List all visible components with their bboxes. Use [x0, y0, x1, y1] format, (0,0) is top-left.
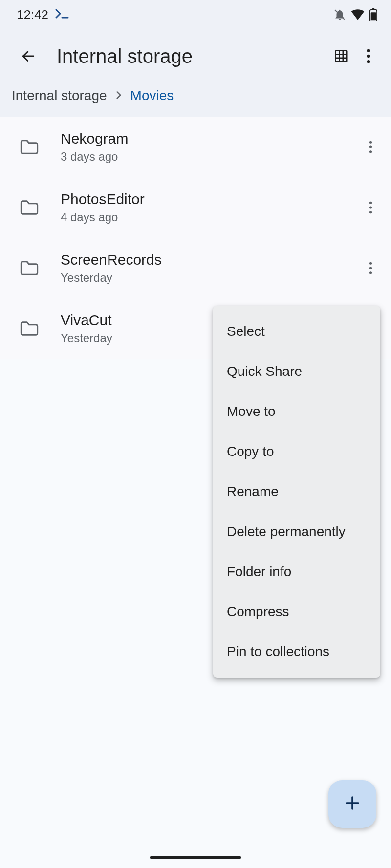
- list-item[interactable]: Nekogram 3 days ago: [0, 117, 391, 177]
- svg-point-21: [369, 267, 371, 269]
- menu-select[interactable]: Select: [213, 311, 380, 351]
- menu-move-to[interactable]: Move to: [213, 392, 380, 432]
- context-menu: Select Quick Share Move to Copy to Renam…: [213, 306, 380, 678]
- folder-name: Nekogram: [61, 130, 356, 147]
- folder-meta: 3 days ago: [61, 150, 356, 164]
- back-button[interactable]: [15, 42, 42, 70]
- svg-point-15: [369, 145, 371, 148]
- item-overflow-button[interactable]: [356, 193, 385, 222]
- grid-view-button[interactable]: [327, 42, 355, 70]
- svg-point-13: [367, 60, 370, 63]
- chevron-right-icon: [114, 88, 124, 103]
- svg-point-11: [367, 49, 370, 53]
- item-overflow-button[interactable]: [356, 253, 385, 283]
- svg-point-12: [367, 55, 370, 58]
- terminal-icon: [55, 7, 70, 22]
- page-title: Internal storage: [57, 45, 327, 67]
- plus-icon: [344, 794, 361, 814]
- add-fab[interactable]: [328, 780, 376, 828]
- menu-folder-info[interactable]: Folder info: [213, 552, 380, 592]
- folder-name: PhotosEditor: [61, 191, 356, 207]
- menu-pin-to-collections[interactable]: Pin to collections: [213, 632, 380, 672]
- overflow-button[interactable]: [355, 42, 382, 70]
- app-bar: Internal storage: [0, 29, 391, 83]
- breadcrumb-current[interactable]: Movies: [130, 88, 174, 103]
- svg-point-17: [369, 202, 371, 204]
- mute-icon: [333, 8, 346, 21]
- menu-delete-permanently[interactable]: Delete permanently: [213, 512, 380, 552]
- battery-icon: [369, 8, 377, 21]
- status-bar: 12:42: [0, 0, 391, 29]
- menu-compress[interactable]: Compress: [213, 592, 380, 632]
- menu-rename[interactable]: Rename: [213, 472, 380, 512]
- folder-icon: [17, 139, 42, 155]
- status-right: [333, 8, 377, 21]
- svg-point-14: [369, 141, 371, 144]
- svg-rect-4: [371, 12, 376, 20]
- gesture-handle[interactable]: [150, 856, 241, 859]
- status-left: 12:42: [17, 7, 70, 22]
- folder-icon: [17, 199, 42, 216]
- svg-point-20: [369, 262, 371, 265]
- list-item[interactable]: PhotosEditor 4 days ago: [0, 177, 391, 238]
- menu-quick-share[interactable]: Quick Share: [213, 351, 380, 392]
- svg-point-22: [369, 271, 371, 274]
- folder-meta: 4 days ago: [61, 210, 356, 224]
- breadcrumb: Internal storage Movies: [0, 83, 391, 117]
- svg-point-19: [369, 211, 371, 213]
- folder-name: ScreenRecords: [61, 251, 356, 268]
- list-item[interactable]: ScreenRecords Yesterday: [0, 238, 391, 298]
- breadcrumb-root[interactable]: Internal storage: [12, 88, 107, 103]
- item-overflow-button[interactable]: [356, 132, 385, 162]
- svg-rect-6: [336, 51, 347, 62]
- wifi-icon: [351, 9, 365, 20]
- status-time: 12:42: [17, 7, 48, 22]
- svg-point-18: [369, 206, 371, 208]
- folder-icon: [17, 260, 42, 276]
- folder-icon: [17, 320, 42, 337]
- svg-point-16: [369, 150, 371, 153]
- menu-copy-to[interactable]: Copy to: [213, 432, 380, 472]
- folder-meta: Yesterday: [61, 271, 356, 285]
